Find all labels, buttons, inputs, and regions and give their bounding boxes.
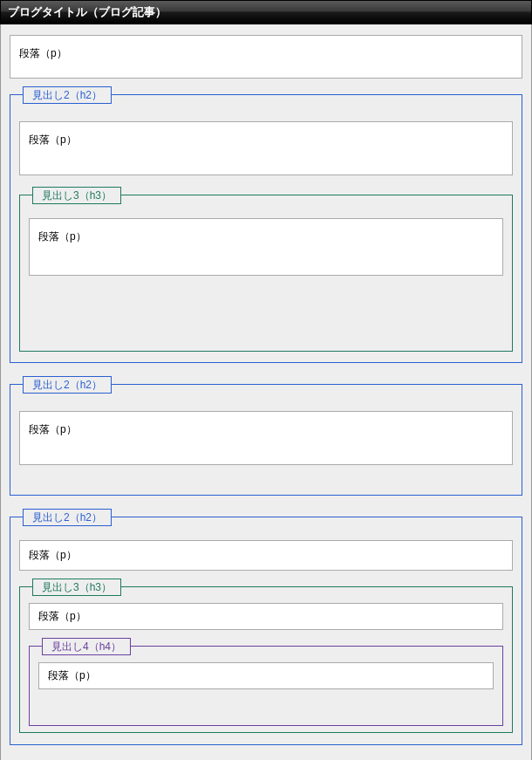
h2-legend: 見出し2（h2） [23,509,112,526]
page-title-bar: ブログタイトル（ブログ記事） [0,0,532,24]
h3-legend: 見出し3（h3） [32,187,121,204]
paragraph-box: 段落（p） [19,540,513,571]
paragraph-label: 段落（p） [48,669,96,681]
h2-section: 見出し2（h2） 段落（p） 見出し3（h3） 段落（p） [10,94,522,363]
h2-section: 見出し2（h2） 段落（p） 見出し3（h3） 段落（p） 見出し4（h4） 段… [10,517,522,745]
h2-legend: 見出し2（h2） [23,86,112,104]
h2-legend: 見出し2（h2） [23,376,112,394]
paragraph-label: 段落（p） [29,423,77,435]
h3-legend-text: 見出し3（h3） [42,189,112,202]
paragraph-label: 段落（p） [19,47,67,59]
paragraph-label: 段落（p） [29,134,77,146]
h2-section: 見出し2（h2） 段落（p） [10,384,522,496]
h3-legend: 見出し3（h3） [32,579,121,596]
paragraph-label: 段落（p） [38,610,86,622]
h2-legend-text: 見出し2（h2） [32,511,102,524]
h2-legend-text: 見出し2（h2） [32,379,102,391]
paragraph-box: 段落（p） [29,218,503,276]
paragraph-box: 段落（p） [29,603,503,630]
h4-section: 見出し4（h4） 段落（p） [29,646,503,726]
h4-legend: 見出し4（h4） [42,638,131,655]
paragraph-label: 段落（p） [38,230,86,243]
page-body: 段落（p） 見出し2（h2） 段落（p） 見出し3（h3） 段落（p） 見出し2… [0,24,532,760]
paragraph-box: 段落（p） [10,35,522,79]
page-title-text: ブログタイトル（ブログ記事） [8,5,167,18]
paragraph-box: 段落（p） [19,411,513,465]
paragraph-label: 段落（p） [29,549,77,561]
paragraph-box: 段落（p） [19,121,513,175]
h2-legend-text: 見出し2（h2） [32,89,102,101]
paragraph-box: 段落（p） [38,662,494,689]
h3-legend-text: 見出し3（h3） [42,581,112,593]
h3-section: 見出し3（h3） 段落（p） [19,195,513,352]
h3-section: 見出し3（h3） 段落（p） 見出し4（h4） 段落（p） [19,586,513,733]
h4-legend-text: 見出し4（h4） [51,640,121,653]
